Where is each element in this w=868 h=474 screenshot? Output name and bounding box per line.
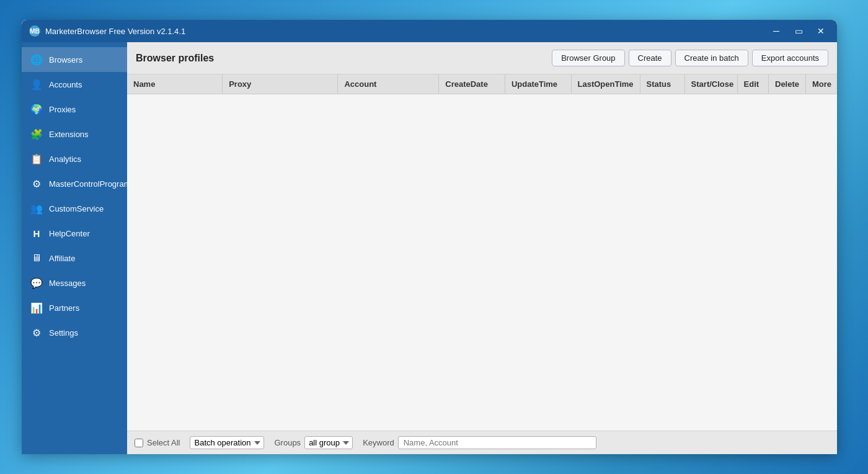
col-header-more: More [806, 74, 837, 94]
sidebar-item-mastercontrol[interactable]: ⚙ MasterControlProgram [22, 171, 127, 196]
page-title: Browser profiles [136, 53, 214, 64]
app-icon: MB [29, 25, 40, 37]
main-header: Browser profiles Browser Group Create Cr… [127, 42, 837, 74]
sidebar: 🌐 Browsers 👤 Accounts 🌍 Proxies 🧩 Extens… [22, 42, 127, 454]
sidebar-item-partners[interactable]: 📊 Partners [22, 295, 127, 320]
col-header-account: Account [338, 74, 439, 94]
messages-icon: 💬 [30, 277, 43, 289]
app-window: MB MarketerBrowser Free Version v2.1.4.1… [22, 20, 837, 454]
browser-group-button[interactable]: Browser Group [552, 50, 624, 66]
col-header-edit: Edit [738, 74, 769, 94]
title-bar: MB MarketerBrowser Free Version v2.1.4.1… [22, 20, 837, 42]
sidebar-item-affiliate[interactable]: 🖥 Affiliate [22, 246, 127, 271]
close-button[interactable]: ✕ [812, 24, 830, 38]
create-in-batch-button[interactable]: Create in batch [675, 50, 748, 66]
maximize-button[interactable]: ▭ [790, 24, 807, 38]
sidebar-label-accounts: Accounts [49, 80, 82, 89]
col-header-createdate: CreateDate [439, 74, 505, 94]
minimize-button[interactable]: ─ [768, 24, 785, 38]
groups-select[interactable]: all group [304, 436, 353, 449]
select-all-checkbox[interactable] [135, 439, 143, 447]
keyword-input[interactable] [398, 436, 596, 449]
app-title: MarketerBrowser Free Version v2.1.4.1 [45, 27, 768, 36]
select-all-container: Select All [135, 438, 180, 447]
col-header-delete: Delete [769, 74, 806, 94]
keyword-label: Keyword [363, 438, 394, 447]
col-header-lastopentime: LastOpenTime [572, 74, 640, 94]
sidebar-item-analytics[interactable]: 📋 Analytics [22, 146, 127, 171]
sidebar-label-extensions: Extensions [49, 130, 89, 139]
sidebar-item-browsers[interactable]: 🌐 Browsers [22, 47, 127, 72]
sidebar-label-browsers: Browsers [49, 55, 82, 65]
sidebar-label-mastercontrol: MasterControlProgram [49, 179, 131, 189]
batch-operation-container: Batch operation [190, 436, 264, 449]
groups-container: Groups all group [274, 436, 353, 449]
sidebar-item-settings[interactable]: ⚙ Settings [22, 320, 127, 345]
col-header-proxy: Proxy [223, 74, 338, 94]
accounts-icon: 👤 [30, 78, 43, 91]
mastercontrol-icon: ⚙ [30, 177, 43, 190]
sidebar-item-proxies[interactable]: 🌍 Proxies [22, 97, 127, 122]
create-button[interactable]: Create [629, 50, 671, 66]
sidebar-item-extensions[interactable]: 🧩 Extensions [22, 122, 127, 146]
customservice-icon: 👥 [30, 202, 43, 215]
keyword-container: Keyword [363, 436, 596, 449]
sidebar-label-analytics: Analytics [49, 154, 81, 164]
sidebar-label-helpcenter: HelpCenter [49, 229, 90, 238]
sidebar-label-settings: Settings [49, 328, 78, 338]
col-header-startclose: Start/Close [685, 74, 738, 94]
export-accounts-button[interactable]: Export accounts [752, 50, 828, 66]
footer-bar: Select All Batch operation Groups all gr… [127, 431, 837, 454]
sidebar-item-customservice[interactable]: 👥 CustomService [22, 196, 127, 221]
app-body: 🌐 Browsers 👤 Accounts 🌍 Proxies 🧩 Extens… [22, 42, 837, 454]
extensions-icon: 🧩 [30, 128, 43, 140]
sidebar-label-partners: Partners [49, 303, 79, 313]
window-controls: ─ ▭ ✕ [768, 24, 830, 38]
col-header-updatetime: UpdateTime [505, 74, 572, 94]
header-buttons: Browser Group Create Create in batch Exp… [552, 50, 828, 66]
table-body [127, 94, 837, 431]
helpcenter-icon: H [30, 227, 43, 239]
browsers-icon: 🌐 [30, 53, 43, 66]
col-header-name: Name [127, 74, 223, 94]
sidebar-label-affiliate: Affiliate [49, 254, 75, 263]
select-all-label: Select All [147, 438, 180, 447]
partners-icon: 📊 [30, 302, 43, 314]
table-header: Name Proxy Account CreateDate UpdateTime… [127, 74, 837, 94]
sidebar-item-accounts[interactable]: 👤 Accounts [22, 72, 127, 97]
sidebar-item-messages[interactable]: 💬 Messages [22, 271, 127, 295]
analytics-icon: 📋 [30, 153, 43, 165]
sidebar-item-helpcenter[interactable]: H HelpCenter [22, 221, 127, 246]
sidebar-label-messages: Messages [49, 279, 86, 288]
settings-icon: ⚙ [30, 326, 43, 339]
affiliate-icon: 🖥 [30, 252, 43, 264]
sidebar-label-customservice: CustomService [49, 204, 104, 213]
col-header-status: Status [640, 74, 685, 94]
main-content: Browser profiles Browser Group Create Cr… [127, 42, 837, 454]
batch-operation-select[interactable]: Batch operation [190, 436, 264, 449]
proxies-icon: 🌍 [30, 103, 43, 115]
groups-label: Groups [274, 438, 301, 447]
sidebar-label-proxies: Proxies [49, 105, 76, 114]
